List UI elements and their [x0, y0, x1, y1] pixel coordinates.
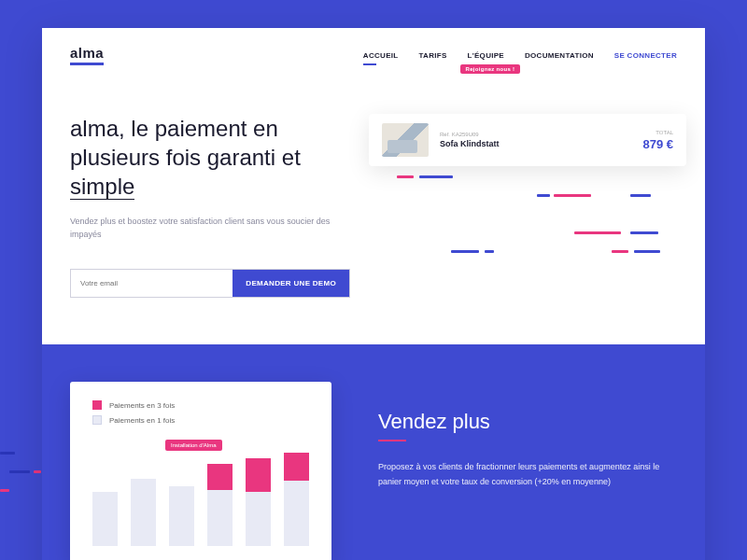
title-underline: [378, 440, 406, 441]
product-info: Réf. KA259U09 Sofa Klindstatt: [440, 132, 631, 148]
section2-content: Vendez plus Proposez à vos clients de fr…: [378, 382, 677, 560]
chart-card: Paiements en 3 fois Paiements en 1 fois …: [70, 382, 331, 560]
email-input[interactable]: [71, 270, 233, 297]
legend-swatch-blue: [92, 415, 102, 425]
product-name: Sofa Klindstatt: [440, 139, 631, 148]
bar-pink: [207, 464, 233, 490]
nav-tarifs[interactable]: TARIFS: [418, 51, 446, 60]
bar-blue: [92, 492, 118, 546]
bar-pink: [246, 458, 271, 492]
header: alma ACCUEIL TARIFS L'ÉQUIPE Rejoignez n…: [42, 28, 705, 77]
join-us-badge: Rejoignez nous !: [460, 64, 521, 74]
hero-content: alma, le paiement en plusieurs fois gara…: [70, 114, 350, 298]
product-card: Réf. KA259U09 Sofa Klindstatt TOTAL 879 …: [369, 114, 686, 166]
bar-group: [169, 486, 194, 546]
nav-equipe-label: L'ÉQUIPE: [468, 51, 504, 60]
hero-subtitle: Vendez plus et boostez votre satisfactio…: [70, 215, 350, 242]
nav-accueil[interactable]: ACCUEIL: [363, 51, 399, 60]
chart-annotation: Installation d'Alma: [165, 440, 222, 451]
bar-group: [207, 464, 233, 546]
logo[interactable]: alma: [70, 45, 104, 65]
section2-body: Proposez à vos clients de fractionner le…: [378, 460, 677, 489]
bar-group: [131, 479, 156, 546]
legend-label-pink: Paiements en 3 fois: [109, 401, 175, 410]
page-container: alma ACCUEIL TARIFS L'ÉQUIPE Rejoignez n…: [42, 28, 705, 560]
bar-blue: [131, 479, 156, 546]
legend-swatch-pink: [92, 400, 102, 410]
nav-documentation[interactable]: DOCUMENTATION: [525, 51, 594, 60]
bar-blue: [207, 490, 233, 546]
bar-chart: Installation d'Alma: [92, 443, 309, 546]
hero-illustration: Réf. KA259U09 Sofa Klindstatt TOTAL 879 …: [388, 114, 677, 298]
hero-title-text: alma, le paiement en plusieurs fois gara…: [70, 116, 301, 170]
product-total: TOTAL 879 €: [642, 130, 673, 151]
legend-item-pink: Paiements en 3 fois: [92, 400, 309, 410]
legend-item-blue: Paiements en 1 fois: [92, 415, 309, 425]
hero-title: alma, le paiement en plusieurs fois gara…: [70, 114, 350, 202]
bar-pink: [284, 453, 309, 481]
section2-title: Vendez plus: [378, 410, 677, 434]
hero-title-underlined: simple: [70, 174, 134, 200]
product-ref: Réf. KA259U09: [440, 132, 631, 137]
nav-equipe[interactable]: L'ÉQUIPE Rejoignez nous !: [468, 51, 504, 60]
product-image: [382, 123, 429, 157]
bar-group: [284, 453, 309, 546]
vendez-plus-section: Paiements en 3 fois Paiements en 1 fois …: [42, 344, 705, 560]
total-label: TOTAL: [642, 130, 673, 135]
bar-blue: [169, 486, 194, 546]
chart-legend: Paiements en 3 fois Paiements en 1 fois: [92, 400, 309, 425]
nav-login[interactable]: SE CONNECTER: [614, 51, 677, 60]
main-nav: ACCUEIL TARIFS L'ÉQUIPE Rejoignez nous !…: [363, 51, 677, 60]
legend-label-blue: Paiements en 1 fois: [109, 416, 175, 425]
hero-section: alma, le paiement en plusieurs fois gara…: [42, 77, 705, 344]
bar-group: [246, 458, 271, 546]
email-form: DEMANDER UNE DEMO: [70, 269, 350, 298]
bar-group: [92, 492, 118, 546]
product-price: 879 €: [642, 137, 673, 151]
bar-blue: [246, 492, 271, 546]
demo-button[interactable]: DEMANDER UNE DEMO: [233, 270, 349, 297]
bar-blue: [284, 481, 309, 546]
